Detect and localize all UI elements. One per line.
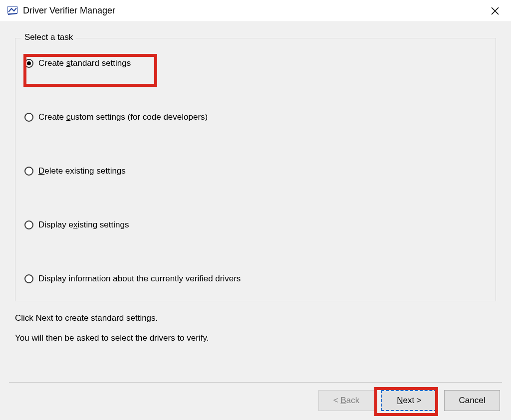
radio-label[interactable]: Create custom settings (for code develop… (38, 112, 208, 122)
close-button[interactable] (486, 2, 504, 20)
radio-label[interactable]: Display information about the currently … (38, 274, 241, 284)
option-create-standard[interactable]: Create standard settings (24, 56, 487, 70)
cancel-button[interactable]: Cancel (444, 390, 500, 411)
groupbox-legend: Select a task (21, 32, 76, 42)
titlebar: Driver Verifier Manager (0, 0, 511, 22)
back-button: < Back (318, 390, 374, 411)
radio-icon[interactable] (24, 220, 33, 229)
radio-label[interactable]: Create standard settings (38, 58, 131, 68)
instruction-line: Click Next to create standard settings. (15, 313, 496, 323)
close-icon (491, 7, 499, 15)
task-groupbox: Select a task Create standard settings C… (15, 38, 496, 301)
next-button[interactable]: Next > (381, 390, 437, 411)
option-display-info[interactable]: Display information about the currently … (24, 272, 487, 286)
app-icon (7, 5, 18, 16)
radio-label[interactable]: Display existing settings (38, 220, 129, 230)
option-delete-existing[interactable]: Delete existing settings (24, 164, 487, 178)
wizard-button-bar: < Back Next > Cancel (318, 390, 500, 411)
instruction-text: Click Next to create standard settings. … (15, 313, 496, 343)
wizard-body: Select a task Create standard settings C… (0, 22, 511, 420)
separator (9, 382, 502, 383)
window-title: Driver Verifier Manager (23, 5, 115, 16)
radio-label[interactable]: Delete existing settings (38, 166, 126, 176)
radio-icon[interactable] (24, 274, 33, 283)
option-display-existing[interactable]: Display existing settings (24, 218, 487, 232)
instruction-line: You will then be asked to select the dri… (15, 333, 496, 343)
radio-icon[interactable] (24, 113, 33, 122)
radio-icon[interactable] (24, 59, 33, 68)
radio-icon[interactable] (24, 167, 33, 176)
option-create-custom[interactable]: Create custom settings (for code develop… (24, 110, 487, 124)
